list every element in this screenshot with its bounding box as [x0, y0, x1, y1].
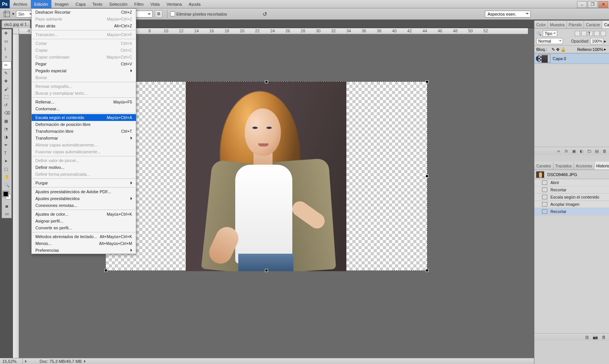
eraser-tool[interactable]: ⌫	[2, 109, 11, 117]
menu-item-transformaci-n-libre[interactable]: Transformación libreCtrl+T	[32, 128, 136, 135]
doc-info[interactable]: Doc: 75,3 MB/49,7 MB	[28, 359, 82, 364]
menu-selección[interactable]: Selección	[106, 0, 131, 8]
menu-item-preferencias[interactable]: Preferencias	[32, 247, 136, 254]
panel-tab-color[interactable]: Color	[534, 21, 548, 29]
minimize-button[interactable]: –	[577, 1, 587, 8]
opacity-field[interactable]: 100%	[590, 38, 603, 44]
doc-info-menu-icon[interactable]	[84, 360, 87, 363]
marquee-tool[interactable]: ▭	[2, 37, 11, 45]
menu-item-definir-motivo[interactable]: Definir motivo...	[32, 164, 136, 171]
lock-pos-icon[interactable]: ✥	[556, 47, 561, 52]
filter-type-icon[interactable]: T	[588, 31, 593, 36]
document-tab[interactable]: olo1.jpg al 1…	[2, 20, 30, 28]
menu-item-m-todos-abreviados-de-teclado[interactable]: Métodos abreviados de teclado...Alt+Mayú…	[32, 233, 136, 240]
menu-item-contornear[interactable]: Contornear...	[32, 105, 136, 112]
panel-tab-carácte[interactable]: Carácte	[584, 21, 602, 29]
filter-shape-icon[interactable]	[594, 31, 599, 36]
pen-tool[interactable]: ✒	[2, 141, 11, 149]
path-select-tool[interactable]: ➤	[2, 157, 11, 165]
layer-name[interactable]: Capa 0	[553, 56, 566, 61]
menu-item-convertir-en-perfil[interactable]: Convertir en perfil...	[32, 224, 136, 231]
hand-tool[interactable]: ✋	[2, 173, 11, 181]
new-document-from-state-icon[interactable]: ▥	[584, 335, 590, 340]
layer-thumbnail[interactable]	[538, 54, 550, 63]
spot-heal-tool[interactable]: ✚	[2, 77, 11, 85]
quick-select-tool[interactable]: ✧	[2, 53, 11, 61]
menu-item-conexiones-remotas[interactable]: Conexiones remotas...	[32, 202, 136, 209]
menu-item-rellenar[interactable]: Rellenar...Mayús+F5	[32, 99, 136, 105]
blur-tool[interactable]: ◔	[2, 125, 11, 133]
history-step[interactable]: Acoplar imagen	[534, 201, 609, 208]
crop-handle[interactable]	[104, 269, 107, 272]
lock-all-icon[interactable]: 🔒	[561, 47, 565, 52]
zoom-tool[interactable]: 🔍	[2, 181, 11, 189]
status-menu-icon[interactable]	[25, 360, 28, 363]
dodge-tool[interactable]: ◑	[2, 133, 11, 141]
history-step[interactable]: Escala según el contenido	[534, 194, 609, 201]
menu-ayuda[interactable]: Ayuda	[185, 0, 204, 8]
menu-item-paso-atr-s[interactable]: Paso atrásAlt+Ctrl+Z	[32, 22, 136, 29]
menu-texto[interactable]: Texto	[89, 0, 106, 8]
menu-item-asignar-perfil[interactable]: Asignar perfil...	[32, 218, 136, 224]
layer-row[interactable]: 👁 Capa 0	[534, 53, 609, 64]
panel-tab-capas[interactable]: Capas	[602, 21, 609, 29]
panel-tab-muestra[interactable]: Muestra	[548, 21, 567, 29]
delete-cropped-checkbox[interactable]	[170, 11, 175, 16]
menu-vista[interactable]: Vista	[147, 0, 163, 8]
history-step[interactable]: Recortar	[534, 186, 609, 194]
snapshot-icon[interactable]: 📷	[592, 335, 598, 340]
layer-filter-dropdown[interactable]: Tipo	[543, 30, 557, 37]
crop-handle[interactable]	[265, 269, 268, 272]
rectangle-tool[interactable]: ▢	[2, 165, 11, 173]
panel-tab-trazados[interactable]: Trazados	[553, 162, 574, 170]
canvas[interactable]	[105, 81, 427, 271]
crop-handle[interactable]	[426, 175, 429, 178]
move-tool[interactable]: ✥	[2, 29, 11, 37]
reset-crop-button[interactable]: ↺	[261, 10, 269, 18]
filter-smart-icon[interactable]	[601, 31, 606, 36]
menu-item-escala-seg-n-el-contenido[interactable]: Escala según el contenidoMayús+Ctrl+A	[32, 114, 136, 121]
history-step[interactable]: Recortar	[534, 208, 609, 215]
restore-button[interactable]: ❐	[588, 1, 598, 8]
lock-pixels-icon[interactable]: ✎	[552, 47, 556, 52]
brush-tool[interactable]: 🖌	[2, 85, 11, 93]
delete-state-icon[interactable]: 🗑	[601, 335, 607, 340]
type-tool[interactable]: T	[2, 149, 11, 157]
workspace-dropdown[interactable]: Aspectos esen.	[485, 11, 531, 17]
menu-capa[interactable]: Capa	[72, 0, 89, 8]
panel-tab-canales[interactable]: Canales	[534, 162, 553, 170]
history-step[interactable]: Abrir	[534, 179, 609, 186]
menu-edición[interactable]: Edición	[31, 0, 51, 8]
menu-item-deformaci-n-de-posici-n-libre[interactable]: Deformación de posición libre	[32, 121, 136, 128]
panel-tab-acciones[interactable]: Acciones	[574, 162, 595, 170]
history-document-row[interactable]: DSC09466.JPG	[534, 170, 609, 179]
screen-mode-button[interactable]: ▭	[2, 210, 11, 218]
blend-mode-dropdown[interactable]: Normal	[536, 38, 563, 44]
panel-tab-historia[interactable]: Historia	[595, 162, 609, 170]
overlay-options-button[interactable]: ⚙	[155, 10, 163, 18]
menu-item-deshacer-recortar[interactable]: Deshacer RecortarCtrl+Z	[32, 9, 136, 16]
color-swatches[interactable]	[2, 191, 11, 202]
lock-trans-icon[interactable]	[547, 47, 552, 52]
menu-item-purgar[interactable]: Purgar	[32, 180, 136, 186]
group-icon[interactable]: 🗀	[586, 149, 592, 154]
menu-item-men-s[interactable]: Menús...Alt+Mayús+Ctrl+M	[32, 240, 136, 247]
delete-layer-icon[interactable]: 🗑	[601, 149, 607, 154]
close-button[interactable]: ✕	[598, 1, 608, 8]
layer-mask-icon[interactable]: ▣	[571, 149, 577, 154]
link-layers-icon[interactable]: ∞	[556, 149, 562, 154]
new-layer-icon[interactable]: ▤	[594, 149, 600, 154]
zoom-level[interactable]: 15,52%	[0, 358, 23, 364]
crop-handle[interactable]	[426, 80, 429, 83]
menu-item-ajustes-preestablecidos[interactable]: Ajustes preestablecidos	[32, 195, 136, 202]
panel-tab-párrafo[interactable]: Párrafo	[567, 21, 584, 29]
lasso-tool[interactable]: ⌇	[2, 45, 11, 53]
filter-adjust-icon[interactable]	[581, 31, 587, 36]
menu-item-pegado-especial[interactable]: Pegado especial	[32, 67, 136, 74]
menu-item-ajustes-preestablecidos-de-adobe-pdf[interactable]: Ajustes preestablecidos de Adobe PDF...	[32, 188, 136, 195]
layer-fx-icon[interactable]: fx	[563, 149, 569, 154]
menu-item-transformar[interactable]: Transformar	[32, 135, 136, 141]
filter-pixel-icon[interactable]	[575, 31, 580, 36]
menu-item-pegar[interactable]: PegarCtrl+V	[32, 60, 136, 67]
menu-archivo[interactable]: Archivo	[10, 0, 31, 8]
